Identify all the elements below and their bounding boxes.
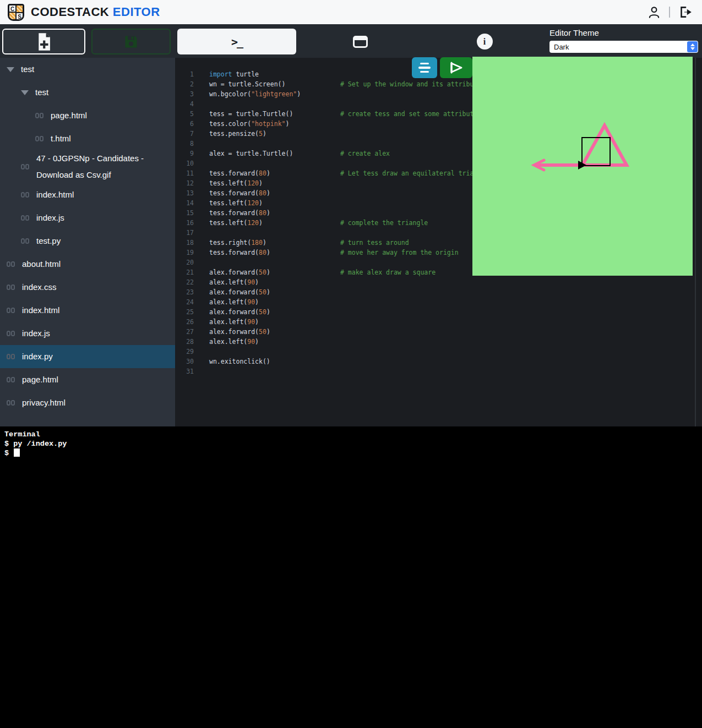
code-text: tess.color("hotpink") (209, 119, 289, 129)
line-number: 26 (175, 317, 194, 327)
save-button-disabled[interactable] (91, 29, 171, 54)
code-text: alex.forward(50) (209, 307, 270, 317)
tree-item-label: index.html (36, 187, 74, 203)
info-button[interactable]: i (471, 29, 498, 54)
code-line-24: 24alex.left(90) (175, 297, 702, 307)
tree-file-page.html[interactable]: page.html (0, 368, 175, 391)
file-icon (7, 377, 15, 382)
code-line-31: 31 (175, 366, 702, 376)
code-comment: # Let tess draw an equilateral triangle (340, 168, 489, 178)
window-icon (353, 36, 368, 48)
info-icon: i (477, 34, 493, 50)
code-text: alex = turtle.Turtle() (209, 149, 293, 158)
file-icon (7, 354, 15, 359)
code-line-29: 29 (175, 347, 702, 357)
toggle-terminal-button[interactable]: >_ (177, 29, 296, 54)
preview-window-button[interactable] (346, 29, 374, 54)
code-text: alex.left(90) (209, 337, 259, 347)
file-explorer-sidebar: testtestpage.htmlt.html47 - 0JGPSNp - Ca… (0, 58, 175, 426)
line-number: 28 (175, 337, 194, 347)
code-comment: # Set up the window and its attributes (340, 79, 485, 89)
tree-item-label: test.py (36, 233, 61, 249)
tree-file-index.html[interactable]: index.html (0, 183, 175, 206)
line-number: 4 (175, 99, 194, 109)
tree-file-index.py[interactable]: index.py (0, 345, 175, 368)
line-number: 20 (175, 258, 194, 267)
editor-right-divider (695, 58, 696, 426)
tree-file-privacy.html[interactable]: privacy.html (0, 391, 175, 414)
terminal-lines: $ py /index.py (4, 439, 698, 448)
terminal-prompt: $ (4, 449, 9, 457)
file-tree: testtestpage.htmlt.html47 - 0JGPSNp - Ca… (0, 58, 175, 414)
terminal-prompt-line[interactable]: $ (4, 448, 698, 458)
code-line-26: 26alex.left(90) (175, 317, 702, 327)
tree-item-label: index.js (22, 325, 50, 342)
line-number: 21 (175, 267, 194, 277)
run-code-button[interactable] (440, 57, 472, 78)
file-icon (7, 284, 15, 290)
file-icon (7, 308, 15, 313)
code-text: tess.pensize(5) (209, 129, 266, 139)
tree-file-page.html[interactable]: page.html (0, 104, 175, 127)
code-text: alex.left(90) (209, 277, 259, 287)
caret-down-icon[interactable] (7, 67, 14, 72)
header-actions (647, 0, 692, 24)
editor-theme-select[interactable]: Dark (549, 41, 698, 53)
code-text: tess.forward(80) (209, 208, 270, 218)
code-line-23: 23alex.forward(50) (175, 287, 702, 297)
code-text: import turtle (209, 69, 259, 79)
line-number: 17 (175, 228, 194, 238)
file-icon (35, 136, 43, 141)
header-separator (669, 7, 670, 18)
terminal-title: Terminal (4, 430, 698, 439)
tree-item-label: index.html (22, 302, 59, 319)
line-number: 8 (175, 139, 194, 149)
code-comment: # turn tess around (340, 238, 409, 248)
terminal-panel[interactable]: Terminal $ py /index.py $ (0, 426, 702, 728)
terminal-history-line: $ py /index.py (4, 439, 698, 448)
code-text: alex.forward(50) (209, 327, 270, 337)
editor-theme-group: Editor Theme Dark (549, 28, 698, 53)
tree-item-label: test (21, 61, 34, 78)
code-text: tess.forward(80) (209, 168, 270, 178)
line-number: 5 (175, 109, 194, 119)
code-text: tess.forward(80) (209, 188, 270, 198)
tree-file-index.html[interactable]: index.html (0, 299, 175, 322)
code-line-28: 28alex.left(90) (175, 337, 702, 347)
editor-theme-label: Editor Theme (549, 28, 698, 37)
turtle-graphics-canvas[interactable] (472, 57, 693, 276)
editor-toolbar: >_ i Editor Theme Dark (0, 24, 702, 58)
codestack-logo-icon: C S (8, 4, 24, 21)
tree-file-47-0jgpsnp-candidates-download-as-csv.gif[interactable]: 47 - 0JGPSNp - Candidates - Download as … (0, 150, 175, 183)
code-text: tess.forward(80) (209, 248, 270, 258)
tree-file-index.js[interactable]: index.js (0, 322, 175, 345)
tree-file-index.css[interactable]: index.css (0, 276, 175, 299)
code-line-25: 25alex.forward(50) (175, 307, 702, 317)
line-number: 1 (175, 69, 194, 79)
new-file-button[interactable] (2, 29, 85, 54)
logout-icon[interactable] (678, 5, 692, 19)
tree-file-test.py[interactable]: test.py (0, 229, 175, 253)
line-number: 7 (175, 129, 194, 139)
caret-down-icon[interactable] (21, 90, 29, 95)
run-menu-button[interactable] (412, 57, 437, 78)
file-icon (7, 261, 15, 267)
line-number: 25 (175, 307, 194, 317)
tree-file-index.js[interactable]: index.js (0, 206, 175, 229)
tree-item-label: page.html (51, 107, 87, 124)
editor-theme-value: Dark (549, 43, 569, 51)
tree-item-label: index.py (22, 348, 53, 365)
save-floppy-icon (123, 34, 139, 50)
line-number: 14 (175, 198, 194, 208)
tree-folder-test[interactable]: test (0, 58, 175, 81)
tree-file-about.html[interactable]: about.html (0, 253, 175, 276)
user-account-icon[interactable] (647, 5, 661, 19)
code-text: alex.forward(50) (209, 267, 270, 277)
tree-folder-test[interactable]: test (0, 81, 175, 104)
line-number: 9 (175, 149, 194, 158)
menu-icon (420, 63, 429, 65)
tree-file-t.html[interactable]: t.html (0, 127, 175, 150)
line-number: 19 (175, 248, 194, 258)
file-icon (21, 215, 29, 221)
tree-item-label: 47 - 0JGPSNp - Candidates - Download as … (36, 150, 174, 183)
